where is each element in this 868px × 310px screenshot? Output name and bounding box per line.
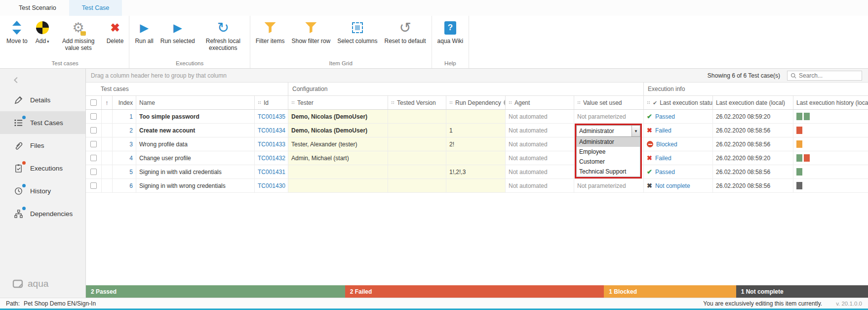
cell-last-execution-history[interactable] [793, 165, 868, 178]
status-link[interactable]: Failed [655, 155, 671, 162]
header-index[interactable]: Index [113, 96, 136, 109]
run-selected-button[interactable]: Run selected [157, 17, 198, 46]
sidebar-item-dependencies[interactable]: Dependencies [0, 202, 85, 225]
tab-test-scenario[interactable]: Test Scenario [6, 0, 69, 16]
cell-value-set-used[interactable]: Not parameterized [574, 179, 644, 192]
cell-run-dependency[interactable] [446, 151, 506, 165]
header-value-set-used[interactable]: Value set used [574, 96, 644, 109]
cell-run-dependency[interactable] [446, 179, 506, 192]
row-checkbox[interactable] [90, 113, 97, 120]
cell-run-dependency[interactable]: 2! [446, 137, 506, 151]
cell-last-execution-history[interactable] [793, 151, 868, 165]
row-checkbox[interactable] [90, 127, 97, 133]
table-row[interactable]: 6 Signing in with wrong credentials TC00… [86, 179, 868, 193]
row-checkbox[interactable] [90, 182, 97, 189]
filter-items-button[interactable]: Filter items [252, 17, 288, 46]
aqua-wiki-button[interactable]: aqua Wiki [434, 17, 467, 46]
header-id[interactable]: Id [255, 96, 288, 109]
refresh-local-executions-button[interactable]: Refresh local executions [198, 17, 248, 53]
band-test-cases[interactable]: Test cases [86, 83, 288, 95]
dropdown-option[interactable]: Employee [577, 147, 640, 157]
add-button[interactable]: Add▾ [31, 17, 54, 46]
add-missing-value-sets-button[interactable]: Add missing value sets [54, 17, 103, 53]
cell-last-execution-status[interactable]: Passed [644, 110, 713, 123]
move-to-button[interactable]: Move to [3, 17, 31, 46]
table-row[interactable]: 2 Create new account TC001434 Demo, Nico… [86, 124, 868, 137]
header-sort[interactable] [102, 96, 113, 109]
search-box[interactable] [787, 71, 862, 81]
cell-tester[interactable]: Admin, Michael (start) [288, 151, 388, 165]
header-last-execution-history[interactable]: Last execution history (local) [793, 96, 868, 109]
cell-last-execution-status[interactable]: Passed [644, 165, 713, 178]
cell-tested-version[interactable] [388, 110, 446, 123]
show-filter-row-button[interactable]: Show filter row [288, 17, 334, 46]
cell-last-execution-history[interactable] [793, 179, 868, 192]
table-row[interactable]: 1 Too simple password TC001435 Demo, Nic… [86, 110, 868, 124]
group-by-bar[interactable]: Drag a column header here to group by th… [86, 69, 868, 83]
cell-id-link[interactable]: TC001435 [255, 110, 288, 123]
header-tested-version[interactable]: Tested Version [388, 96, 446, 109]
table-row[interactable]: 3 Wrong profile data TC001433 Tester, Al… [86, 137, 868, 151]
tab-test-case[interactable]: Test Case [69, 0, 122, 16]
value-set-combobox[interactable]: Administrator [576, 125, 640, 137]
table-row[interactable]: 5 Signing in with valid credentials TC00… [86, 165, 868, 179]
status-link[interactable]: Failed [655, 127, 671, 134]
cell-id-link[interactable]: TC001431 [255, 165, 288, 178]
cell-id-link[interactable]: TC001432 [255, 151, 288, 165]
sidebar-item-details[interactable]: Details [0, 89, 85, 111]
status-link[interactable]: Passed [655, 113, 675, 120]
cell-name[interactable]: Change user profile [136, 151, 255, 165]
cell-tester[interactable]: Demo, Nicolas (DemoUser) [288, 110, 388, 123]
reset-to-default-button[interactable]: Reset to default [381, 17, 430, 46]
cell-tested-version[interactable] [388, 179, 446, 192]
cell-tester[interactable] [288, 179, 388, 192]
sidebar-item-test-cases[interactable]: Test Cases [0, 111, 85, 134]
cell-run-dependency[interactable] [446, 110, 506, 123]
header-select-all[interactable] [86, 96, 102, 109]
cell-name[interactable]: Signing in with valid credentials [136, 165, 255, 178]
cell-name[interactable]: Create new account [136, 124, 255, 137]
cell-tested-version[interactable] [388, 124, 446, 137]
select-all-checkbox[interactable] [90, 99, 97, 106]
search-input[interactable] [799, 72, 859, 79]
sidebar-item-executions[interactable]: Executions [0, 157, 85, 179]
cell-last-execution-history[interactable] [793, 137, 868, 151]
cell-id-link[interactable]: TC001430 [255, 179, 288, 192]
dropdown-option[interactable]: Administrator [577, 137, 640, 147]
cell-last-execution-history[interactable] [793, 110, 868, 123]
cell-tester[interactable]: Tester, Alexander (tester) [288, 137, 388, 151]
collapse-sidebar-button[interactable] [12, 76, 21, 85]
cell-last-execution-status[interactable]: Failed [644, 124, 713, 137]
dropdown-option[interactable]: Customer [577, 157, 640, 167]
cell-last-execution-history[interactable] [793, 124, 868, 137]
cell-name[interactable]: Too simple password [136, 110, 255, 123]
header-agent[interactable]: Agent [506, 96, 574, 109]
status-link[interactable]: Passed [655, 169, 675, 176]
cell-last-execution-status[interactable]: Failed [644, 151, 713, 165]
header-tester[interactable]: Tester [288, 96, 388, 109]
cell-value-set-used[interactable]: AdministratorAdministratorEmployeeCustom… [574, 124, 644, 137]
cell-name[interactable]: Signing in with wrong credentials [136, 179, 255, 192]
delete-button[interactable]: Delete [103, 17, 127, 46]
cell-tested-version[interactable] [388, 137, 446, 151]
cell-value-set-used[interactable]: Not parameterized [574, 110, 644, 123]
table-row[interactable]: 4 Change user profile TC001432 Admin, Mi… [86, 151, 868, 165]
cell-tested-version[interactable] [388, 165, 446, 178]
header-run-dependency[interactable]: Run Dependency [446, 96, 506, 109]
status-link[interactable]: Blocked [656, 141, 677, 148]
row-checkbox[interactable] [90, 141, 97, 147]
header-last-execution-date[interactable]: Last execution date (local) [713, 96, 793, 109]
sidebar-item-files[interactable]: Files [0, 134, 85, 157]
header-last-execution-status[interactable]: Last execution statu... [644, 96, 713, 109]
cell-name[interactable]: Wrong profile data [136, 137, 255, 151]
row-checkbox[interactable] [90, 155, 97, 161]
cell-id-link[interactable]: TC001433 [255, 137, 288, 151]
dropdown-option[interactable]: Technical Support [577, 167, 640, 177]
run-all-button[interactable]: Run all [131, 17, 157, 46]
cell-last-execution-status[interactable]: Blocked [644, 137, 713, 151]
combobox-arrow-button[interactable] [631, 126, 640, 136]
cell-tested-version[interactable] [388, 151, 446, 165]
cell-run-dependency[interactable]: 1!,2!,3 [446, 165, 506, 178]
band-configuration[interactable]: Configuration [288, 83, 644, 95]
status-link[interactable]: Not complete [655, 182, 690, 189]
